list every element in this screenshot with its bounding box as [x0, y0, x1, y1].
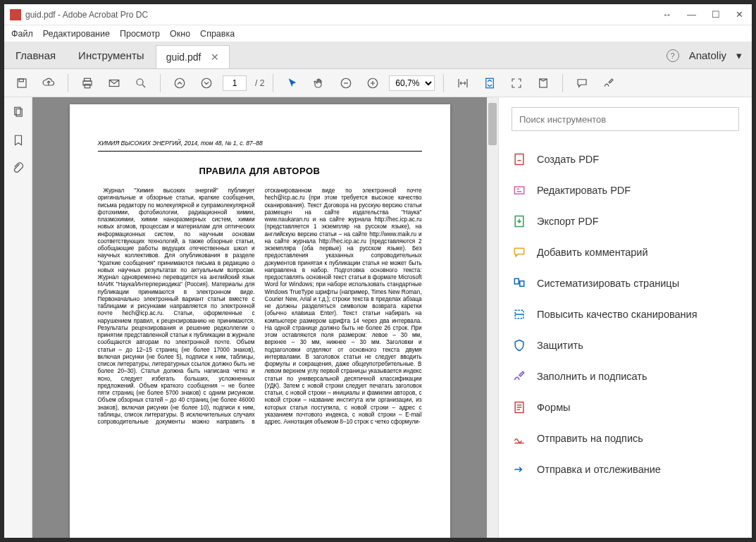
svg-rect-14 [16, 109, 22, 117]
minimize-button[interactable]: — [687, 9, 696, 20]
tool-edit-pdf[interactable]: Редактировать PDF [512, 175, 739, 206]
select-arrow-icon[interactable] [282, 73, 303, 94]
search-icon[interactable] [130, 73, 151, 94]
menu-edit[interactable]: Редактирование [43, 29, 110, 39]
maximize-button[interactable]: ☐ [712, 9, 720, 20]
tool-fill-sign[interactable]: Заполнить и подписать [512, 361, 739, 392]
window-title: guid.pdf - Adobe Acrobat Pro DC [25, 10, 662, 20]
svg-rect-19 [520, 281, 524, 287]
tab-tools[interactable]: Инструменты [67, 42, 156, 68]
zoom-in-icon[interactable] [362, 73, 383, 94]
thumbnails-icon[interactable] [12, 106, 25, 121]
svg-rect-1 [19, 79, 23, 82]
tool-forms[interactable]: Формы [512, 392, 739, 423]
svg-rect-16 [514, 187, 523, 194]
tool-send-sign[interactable]: Отправить на подпись [512, 423, 739, 454]
reading-mode-icon[interactable] [533, 73, 554, 94]
tool-send-track[interactable]: Отправка и отслеживание [512, 454, 739, 485]
tool-organize-pages[interactable]: Систематизировать страницы [512, 268, 739, 299]
vertical-scrollbar[interactable] [487, 97, 498, 538]
save-icon[interactable] [11, 73, 32, 94]
tool-export-pdf[interactable]: Экспорт PDF [512, 206, 739, 237]
fullscreen-icon[interactable] [506, 73, 527, 94]
hand-pan-icon[interactable] [309, 73, 330, 94]
tab-document[interactable]: guid.pdf ✕ [156, 45, 230, 68]
menu-file[interactable]: Файл [11, 29, 33, 39]
pdf-page: ХИМИЯ ВЫСОКИХ ЭНЕРГИЙ, 2014, том 48, № 1… [70, 104, 450, 538]
tool-add-comment[interactable]: Добавить комментарий [512, 237, 739, 268]
page-up-icon[interactable] [169, 73, 190, 94]
tool-enhance-scan[interactable]: Повысить качество сканирования [512, 299, 739, 330]
fit-page-icon[interactable] [479, 73, 500, 94]
comment-icon[interactable] [571, 73, 593, 94]
cloud-upload-icon[interactable] [38, 73, 59, 94]
user-dropdown-icon[interactable]: ▾ [736, 49, 742, 62]
tool-protect[interactable]: Защитить [512, 330, 739, 361]
tab-document-label: guid.pdf [166, 51, 202, 63]
zoom-select[interactable]: 60,7% [389, 75, 435, 91]
sign-icon[interactable] [598, 73, 619, 94]
svg-point-8 [202, 78, 211, 88]
attachments-icon[interactable] [12, 162, 25, 178]
menu-window[interactable]: Окно [170, 29, 190, 39]
tab-home[interactable]: Главная [4, 42, 67, 68]
menu-help[interactable]: Справка [200, 29, 235, 39]
fit-width-icon[interactable] [452, 73, 473, 94]
close-button[interactable]: ✕ [736, 9, 743, 20]
resize-handle-icon[interactable]: ↔ [662, 9, 671, 20]
zoom-out-icon[interactable] [335, 73, 357, 94]
svg-rect-12 [540, 79, 547, 87]
svg-rect-15 [515, 154, 523, 165]
app-icon [10, 9, 21, 20]
svg-rect-13 [14, 107, 20, 115]
user-name[interactable]: Anatoliy [689, 49, 726, 61]
page-title: ПРАВИЛА ДЛЯ АВТОРОВ [98, 166, 422, 176]
svg-rect-4 [85, 84, 90, 87]
page-down-icon[interactable] [196, 73, 217, 94]
help-icon[interactable]: ? [667, 49, 679, 62]
page-body: Журнал "Химия высоких энергий" публикует… [98, 187, 422, 427]
tool-create-pdf[interactable]: Создать PDF [512, 144, 739, 175]
email-icon[interactable] [104, 73, 125, 94]
page-total: / 2 [255, 78, 264, 88]
print-icon[interactable] [77, 73, 98, 94]
tools-search-input[interactable] [512, 107, 739, 131]
tab-close-icon[interactable]: ✕ [211, 51, 219, 63]
page-number-input[interactable] [223, 75, 247, 91]
svg-point-6 [137, 79, 143, 85]
menu-view[interactable]: Просмотр [120, 29, 160, 39]
page-header: ХИМИЯ ВЫСОКИХ ЭНЕРГИЙ, 2014, том 48, № 1… [98, 140, 422, 147]
document-viewport[interactable]: ХИМИЯ ВЫСОКИХ ЭНЕРГИЙ, 2014, том 48, № 1… [32, 97, 498, 538]
bookmarks-icon[interactable] [12, 134, 25, 149]
svg-rect-18 [514, 278, 519, 284]
svg-point-7 [175, 78, 185, 88]
